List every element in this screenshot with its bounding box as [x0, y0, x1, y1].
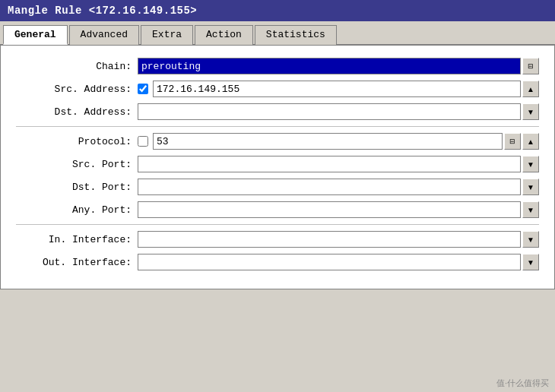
tab-extra[interactable]: Extra	[141, 25, 193, 45]
dst-port-row: Dst. Port: ▼	[16, 179, 539, 195]
any-port-label: Any. Port:	[16, 204, 138, 216]
chain-row: Chain: ⊟	[16, 58, 539, 74]
tab-general[interactable]: General	[3, 25, 68, 45]
any-port-down-icon: ▼	[527, 206, 534, 214]
src-port-input-wrap: ▼	[138, 156, 539, 172]
tab-action[interactable]: Action	[195, 25, 253, 45]
chain-input[interactable]	[138, 58, 521, 74]
title-text: Mangle Rule <172.16.149.155>	[8, 5, 197, 17]
protocol-row: Protocol: ⊟ ▲	[16, 133, 539, 150]
chain-input-wrap: ⊟	[138, 58, 539, 74]
protocol-input[interactable]	[153, 133, 503, 150]
out-interface-label: Out. Interface:	[16, 257, 138, 268]
chain-label: Chain:	[16, 61, 138, 72]
out-interface-down-btn[interactable]: ▼	[522, 254, 539, 270]
chain-dropdown-btn[interactable]: ⊟	[522, 58, 539, 74]
any-port-down-btn[interactable]: ▼	[522, 201, 539, 218]
any-port-input[interactable]	[138, 201, 521, 218]
src-port-row: Src. Port: ▼	[16, 156, 539, 172]
separator-1	[16, 126, 539, 127]
src-port-down-icon: ▼	[527, 160, 534, 169]
dst-address-input[interactable]	[138, 103, 521, 120]
in-interface-input[interactable]	[138, 231, 521, 248]
any-port-row: Any. Port: ▼	[16, 201, 539, 218]
dst-port-input-wrap: ▼	[138, 179, 539, 195]
in-interface-input-wrap: ▼	[138, 231, 539, 248]
form-section: Chain: ⊟ Src. Address: ▲ Dst. Address:	[16, 58, 539, 270]
separator-2	[16, 224, 539, 225]
tab-advanced[interactable]: Advanced	[69, 25, 139, 45]
src-address-up-btn[interactable]: ▲	[522, 81, 539, 97]
src-address-checkbox[interactable]	[138, 84, 148, 94]
src-address-label: Src. Address:	[16, 84, 138, 95]
tabs-bar: General Advanced Extra Action Statistics	[0, 21, 555, 46]
protocol-checkbox[interactable]	[138, 136, 148, 147]
dst-port-down-btn[interactable]: ▼	[522, 179, 539, 195]
dst-address-label: Dst. Address:	[16, 106, 138, 118]
dst-address-down-icon: ▼	[527, 108, 534, 116]
in-interface-down-icon: ▼	[527, 236, 534, 244]
tab-statistics[interactable]: Statistics	[255, 25, 337, 45]
protocol-up-icon: ▲	[527, 138, 534, 146]
src-address-row: Src. Address: ▲	[16, 81, 539, 97]
src-port-input[interactable]	[138, 156, 521, 172]
dst-address-input-wrap: ▼	[138, 103, 539, 120]
dst-address-down-btn[interactable]: ▼	[522, 103, 539, 120]
out-interface-row: Out. Interface: ▼	[16, 254, 539, 270]
out-interface-input-wrap: ▼	[138, 254, 539, 270]
dst-port-input[interactable]	[138, 179, 521, 195]
src-address-input-wrap: ▲	[138, 81, 539, 97]
in-interface-row: In. Interface: ▼	[16, 231, 539, 248]
content-area: Chain: ⊟ Src. Address: ▲ Dst. Address:	[0, 46, 555, 289]
protocol-dropdown-btn[interactable]: ⊟	[504, 133, 521, 150]
dst-port-label: Dst. Port:	[16, 182, 138, 193]
src-address-up-icon: ▲	[527, 85, 534, 93]
dst-port-down-icon: ▼	[527, 183, 534, 191]
dst-address-row: Dst. Address: ▼	[16, 103, 539, 120]
protocol-label: Protocol:	[16, 136, 138, 147]
src-port-down-btn[interactable]: ▼	[522, 156, 539, 172]
watermark: 值·什么值得买	[496, 378, 549, 389]
src-port-label: Src. Port:	[16, 159, 138, 170]
protocol-input-wrap: ⊟ ▲	[138, 133, 539, 150]
in-interface-down-btn[interactable]: ▼	[522, 231, 539, 248]
in-interface-label: In. Interface:	[16, 234, 138, 245]
src-address-input[interactable]	[153, 81, 521, 97]
out-interface-down-icon: ▼	[527, 258, 534, 267]
chain-dropdown-icon: ⊟	[528, 62, 534, 70]
out-interface-input[interactable]	[138, 254, 521, 270]
protocol-up-btn[interactable]: ▲	[522, 133, 539, 150]
protocol-dropdown-icon: ⊟	[509, 138, 515, 145]
any-port-input-wrap: ▼	[138, 201, 539, 218]
title-bar: Mangle Rule <172.16.149.155>	[0, 0, 555, 21]
